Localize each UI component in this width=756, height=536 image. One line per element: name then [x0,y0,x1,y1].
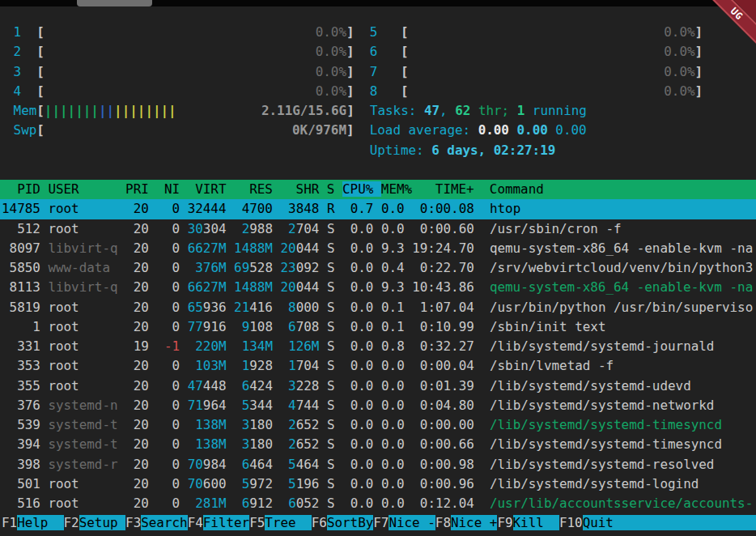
fkey-F5[interactable]: F5 [249,515,265,530]
cpu-meter-open-bracket-1: [ [36,24,45,40]
pri-cell: 20 [125,496,149,511]
column-header-ni[interactable]: NI [156,181,187,197]
swp-meter-open-bracket: [ [36,122,45,138]
mem-meter-pipe-yellow: | [130,103,138,118]
res-cell: 912 [249,496,273,511]
user-cell: systemd-t [48,436,117,452]
shr-cell-hi: 20 [281,279,296,295]
cpu-meter-close-bracket-4: ] [346,83,355,99]
process-row-353[interactable]: 353 root 20 0 103M 1928 1704 S 0.0 0.0 0… [0,356,756,376]
pri-cell: 19 [125,338,149,354]
column-header-res[interactable]: RES [234,181,280,197]
fkey-action-F6[interactable]: SortBy [327,515,373,530]
mem-meter-value: 2.11G/15.6G [261,103,346,118]
cpu-meter-open-bracket-8: [ [401,83,409,99]
shr-cell-hi: 6 [288,319,296,334]
process-row-1[interactable]: 1 root 20 0 77916 9108 6708 S 0.0 0.1 0:… [0,317,756,337]
pid-cell: 331 [2,338,40,354]
time-cell: 0:00.98 [412,457,474,472]
uptime-row: Uptime: 6 days, 02:27:19 [0,141,756,160]
state-cell: S [327,398,335,413]
mem-meter-pipe-green: | [45,103,53,118]
mem-meter-pipe-yellow: | [114,103,122,118]
column-header-command[interactable]: Command [490,181,544,197]
tasks-label: Tasks: [370,103,424,118]
fkey-F8[interactable]: F8 [435,515,451,530]
ni-cell: 0 [156,496,180,511]
cpu-meter-close-bracket-3: ] [346,64,355,79]
fkey-F6[interactable]: F6 [312,515,327,530]
process-row-398[interactable]: 398 systemd-r 20 0 70984 6464 5464 S 0.0… [0,455,756,474]
cpu-meter-row-3: 3 [ 0.0%] 7 [ 0.0%] [0,62,756,82]
process-row-5850[interactable]: 5850 www-data 20 0 376M 69528 23092 S 0.… [0,258,756,278]
pid-cell: 512 [2,221,40,236]
cpu-meter-label-4: 4 [6,83,36,99]
fkey-F3[interactable]: F3 [125,515,141,530]
process-row-516[interactable]: 516 root 20 0 281M 6912 6052 S 0.0 0.0 0… [0,494,756,513]
process-row-5819[interactable]: 5819 root 20 0 65936 21416 8000 S 0.0 0.… [0,298,756,317]
process-row-8097[interactable]: 8097 libvirt-q 20 0 6627M 1488M 20044 S … [0,239,756,258]
shr-cell: 196 [296,476,320,491]
process-row-512[interactable]: 512 root 20 0 30304 2988 2704 S 0.0 0.0 … [0,219,756,239]
column-header-time[interactable]: TIME+ [412,181,474,197]
column-header-state[interactable]: S [327,181,342,197]
fkey-action-F2[interactable]: Setup [79,515,125,530]
process-row-8113[interactable]: 8113 libvirt-q 20 0 6627M 1488M 20044 S … [0,278,756,297]
virt-cell-hi: 138M [195,417,226,432]
fkey-action-F1[interactable]: Help [17,515,63,530]
pid-cell: 353 [2,358,40,373]
column-header-mem[interactable]: MEM% [381,181,412,197]
process-row-376[interactable]: 376 systemd-n 20 0 71964 5344 4744 S 0.0… [0,396,756,415]
res-cell: 344 [249,398,273,413]
fkey-action-F4[interactable]: Filter [203,515,249,530]
column-header-pid[interactable]: PID [2,181,48,197]
fkey-action-F5[interactable]: Tree [265,515,311,530]
memory-meter-row: Mem[||||||||||||||||| 2.11G/15.6G] Tasks… [0,101,756,121]
fkey-F10[interactable]: F10 [559,515,583,530]
shr-cell: 052 [296,496,320,511]
state-cell: S [327,221,335,236]
pri-cell: 20 [125,457,149,472]
column-header-shr[interactable]: SHR [280,181,326,197]
cpu-pct-cell: 0.0 [342,221,373,236]
fkey-F2[interactable]: F2 [64,515,79,530]
fkey-action-F7[interactable]: Nice - [389,515,435,530]
fkey-action-F8[interactable]: Nice + [451,515,497,530]
shr-cell: 092 [296,260,320,275]
state-cell: S [327,300,335,315]
process-row-355[interactable]: 355 root 20 0 47448 6424 3228 S 0.0 0.0 … [0,376,756,396]
fkey-F7[interactable]: F7 [373,515,389,530]
cpu-meter-value-7: 0.0% [664,64,694,79]
cpu-meter-open-bracket-5: [ [401,24,409,40]
column-header-user[interactable]: USER [48,181,125,197]
shr-cell: 652 [296,436,320,452]
column-header-pri[interactable]: PRI [125,181,156,197]
virt-cell-hi: 77 [188,319,203,334]
load-average-5min: 0.00 [517,122,556,138]
pri-cell: 20 [125,300,149,315]
cpu-pct-cell: 0.0 [342,279,373,295]
column-header-virt[interactable]: VIRT [188,181,234,197]
fkey-action-F10[interactable]: Quit [583,515,629,530]
virt-cell: 984 [203,457,227,472]
process-row-14785[interactable]: 14785 root 20 0 32444 4700 3848 R 0.7 0.… [0,199,756,219]
window-tab[interactable] [77,0,152,6]
command-cell: /lib/systemd/systemd-timesyncd [490,436,722,452]
res-cell-hi: 6 [242,457,250,472]
process-row-501[interactable]: 501 root 20 0 70600 5972 5196 S 0.0 0.0 … [0,474,756,494]
time-cell: 0:00.96 [412,476,474,491]
time-cell: 0:32.27 [412,338,474,354]
fkey-F1[interactable]: F1 [2,515,17,530]
mem-pct-cell: 9.3 [381,279,405,295]
process-row-394[interactable]: 394 systemd-t 20 0 138M 3180 2652 S 0.0 … [0,435,756,454]
fkey-F9[interactable]: F9 [497,515,512,530]
mem-meter-pipe-yellow: | [122,103,130,118]
fkey-action-F9[interactable]: Kill [513,515,559,530]
ni-cell: 0 [156,476,180,491]
fkey-F4[interactable]: F4 [188,515,203,530]
column-header-cpu-sort[interactable]: CPU% [342,181,381,197]
fkey-action-F3[interactable]: Search [141,515,187,530]
virt-cell: 304 [203,221,227,236]
process-row-539[interactable]: 539 systemd-t 20 0 138M 3180 2652 S 0.0 … [0,415,756,435]
process-row-331[interactable]: 331 root 19 -1 220M 134M 126M S 0.0 0.8 … [0,337,756,356]
